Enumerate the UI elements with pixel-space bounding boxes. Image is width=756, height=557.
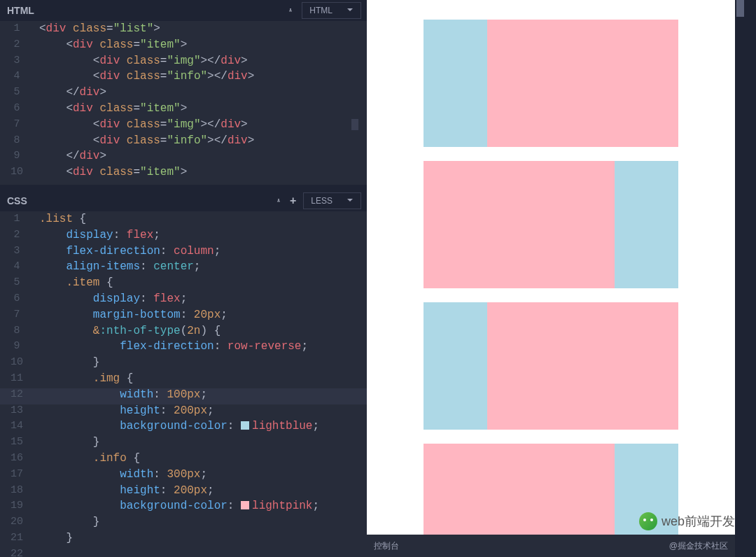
code-line[interactable]: 21 }: [0, 532, 367, 548]
code-line[interactable]: 6 display: flex;: [0, 292, 367, 309]
code-line[interactable]: 13 height: 200px;: [0, 404, 367, 421]
html-pane: HTML HTML 1<div class="list">2 <div clas…: [0, 0, 367, 185]
code-content[interactable]: <div class="info"></div>: [34, 134, 367, 147]
line-number: 17: [0, 468, 34, 480]
code-line[interactable]: 9 </div>: [0, 150, 367, 166]
console-attribution: @掘金技术社区: [669, 540, 728, 552]
line-number: 5: [0, 86, 34, 98]
code-content[interactable]: <div class="info"></div>: [34, 70, 367, 83]
code-line[interactable]: 14 background-color: lightblue;: [0, 420, 367, 436]
code-content[interactable]: &:nth-of-type(2n) {: [34, 325, 367, 337]
line-number: 15: [0, 436, 34, 448]
css-panel-title: CSS: [7, 195, 27, 206]
code-content[interactable]: <div class="img"></div>: [34, 118, 367, 131]
line-number: 22: [0, 548, 34, 557]
code-line[interactable]: 17 width: 300px;: [0, 468, 367, 484]
code-content[interactable]: margin-bottom: 20px;: [34, 309, 367, 321]
scrollbar-thumb[interactable]: [736, 0, 744, 17]
code-line[interactable]: 15 }: [0, 436, 367, 452]
code-line[interactable]: 9 flex-direction: row-reverse;: [0, 340, 367, 356]
code-line[interactable]: 2 <div class="item">: [0, 38, 367, 55]
code-content[interactable]: width: 300px;: [34, 468, 367, 481]
chevron-down-icon: [346, 196, 354, 206]
fold-indicator: [351, 119, 358, 130]
console-bar[interactable]: 控制台 @掘金技术社区: [367, 535, 735, 557]
code-content[interactable]: <div class="list">: [34, 22, 367, 35]
line-number: 11: [0, 372, 34, 384]
code-content[interactable]: }: [34, 356, 367, 369]
line-number: 12: [0, 388, 34, 400]
code-line[interactable]: 12 width: 100px;: [0, 388, 367, 404]
code-line[interactable]: 11 .img {: [0, 372, 367, 388]
code-line[interactable]: 8 <div class="info"></div>: [0, 134, 367, 150]
add-icon[interactable]: +: [290, 195, 296, 206]
code-line[interactable]: 5 </div>: [0, 86, 367, 102]
code-content[interactable]: .list {: [34, 213, 367, 225]
code-line[interactable]: 22: [0, 548, 367, 557]
preview-column: 控制台 @掘金技术社区: [367, 0, 746, 557]
code-content[interactable]: <div class="img"></div>: [34, 55, 367, 67]
html-editor[interactable]: 1<div class="list">2 <div class="item">3…: [0, 21, 367, 182]
code-line[interactable]: 4 align-items: center;: [0, 260, 367, 276]
code-content[interactable]: }: [34, 516, 367, 528]
line-number: 10: [0, 166, 34, 178]
line-number: 8: [0, 134, 34, 146]
code-content[interactable]: width: 100px;: [34, 388, 367, 401]
code-content[interactable]: <div class="item">: [34, 166, 367, 178]
line-number: 6: [0, 102, 34, 114]
code-content[interactable]: <div class="item">: [34, 102, 367, 115]
code-content[interactable]: }: [34, 532, 367, 544]
code-content[interactable]: .info {: [34, 452, 367, 465]
code-line[interactable]: 19 background-color: lightpink;: [0, 500, 367, 516]
code-line[interactable]: 3 flex-direction: column;: [0, 245, 367, 261]
preview-item: [424, 302, 678, 430]
code-line[interactable]: 10 <div class="item">: [0, 166, 367, 182]
code-content[interactable]: }: [34, 436, 367, 449]
code-line[interactable]: 16 .info {: [0, 452, 367, 468]
code-content[interactable]: height: 200px;: [34, 404, 367, 417]
code-content[interactable]: align-items: center;: [34, 260, 367, 273]
color-swatch: [241, 501, 249, 509]
css-language-select[interactable]: LESS: [303, 192, 361, 209]
code-content[interactable]: <div class="item">: [34, 38, 367, 51]
code-content[interactable]: </div>: [34, 86, 367, 99]
pin-icon[interactable]: [274, 197, 283, 205]
code-line[interactable]: 1.list {: [0, 213, 367, 229]
code-content[interactable]: display: flex;: [34, 229, 367, 241]
code-line[interactable]: 8 &:nth-of-type(2n) {: [0, 325, 367, 341]
line-number: 7: [0, 118, 34, 130]
code-line[interactable]: 4 <div class="info"></div>: [0, 70, 367, 86]
code-line[interactable]: 10 }: [0, 356, 367, 372]
html-language-select[interactable]: HTML: [302, 2, 361, 19]
code-line[interactable]: 3 <div class="img"></div>: [0, 55, 367, 71]
pin-icon[interactable]: [286, 6, 295, 15]
line-number: 2: [0, 38, 34, 50]
code-content[interactable]: background-color: lightpink;: [34, 500, 367, 512]
code-content[interactable]: background-color: lightblue;: [34, 420, 367, 432]
line-number: 5: [0, 276, 34, 288]
console-label: 控制台: [374, 540, 399, 552]
line-number: 1: [0, 213, 34, 225]
code-line[interactable]: 1<div class="list">: [0, 22, 367, 38]
css-editor[interactable]: 1.list {2 display: flex;3 flex-direction…: [0, 211, 367, 557]
code-content[interactable]: flex-direction: row-reverse;: [34, 340, 367, 353]
line-number: 20: [0, 516, 34, 528]
html-language-label: HTML: [309, 6, 332, 15]
line-number: 4: [0, 260, 34, 272]
preview-scrollbar[interactable]: [735, 0, 746, 557]
code-content[interactable]: display: flex;: [34, 292, 367, 305]
code-line[interactable]: 7 margin-bottom: 20px;: [0, 309, 367, 325]
code-line[interactable]: 20 }: [0, 516, 367, 532]
code-line[interactable]: 6 <div class="item">: [0, 102, 367, 118]
code-content[interactable]: .img {: [34, 372, 367, 385]
code-content[interactable]: height: 200px;: [34, 484, 367, 497]
code-content[interactable]: flex-direction: column;: [34, 245, 367, 258]
code-line[interactable]: 18 height: 200px;: [0, 484, 367, 500]
code-line[interactable]: 7 <div class="img"></div>: [0, 118, 367, 134]
code-line[interactable]: 5 .item {: [0, 276, 367, 292]
code-line[interactable]: 2 display: flex;: [0, 229, 367, 245]
line-number: 13: [0, 404, 34, 416]
preview-info: [424, 161, 615, 288]
code-content[interactable]: </div>: [34, 150, 367, 162]
code-content[interactable]: .item {: [34, 276, 367, 289]
